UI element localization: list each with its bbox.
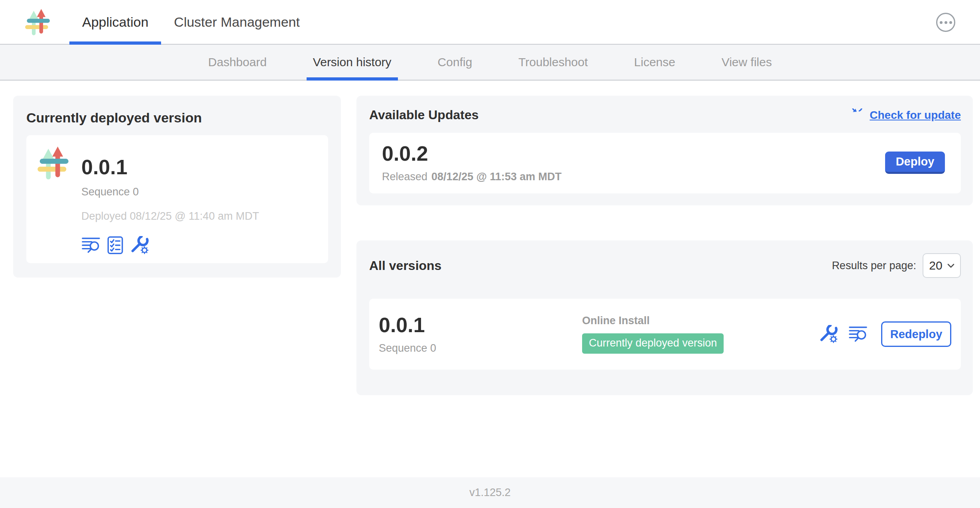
- subnav-tab-troubleshoot[interactable]: Troubleshoot: [495, 45, 611, 80]
- available-updates-title: Available Updates: [369, 108, 478, 122]
- available-updates-card: Available Updates Check for update 0.0.2…: [356, 96, 973, 205]
- arrows-logo-icon: [23, 7, 52, 37]
- currently-deployed-title: Currently deployed version: [26, 110, 328, 126]
- subnav-tab-license[interactable]: License: [611, 45, 698, 80]
- release-notes-icon: [848, 325, 868, 343]
- ellipsis-icon: [940, 21, 952, 24]
- app-subnav: Dashboard Version history Config Trouble…: [0, 45, 980, 81]
- results-per-page-value: 20: [929, 259, 942, 272]
- row-version-number: 0.0.1: [379, 314, 582, 337]
- edit-config-button[interactable]: [130, 236, 149, 254]
- tab-application-label: Application: [82, 14, 148, 30]
- deployed-sequence: Sequence 0: [81, 186, 259, 198]
- edit-config-icon: [130, 236, 149, 254]
- overflow-menu-button[interactable]: [936, 13, 955, 32]
- deploy-button[interactable]: Deploy: [885, 152, 945, 174]
- edit-config-icon: [819, 325, 838, 343]
- release-notes-button[interactable]: [848, 325, 868, 343]
- app-icon: [35, 144, 71, 254]
- update-released-line: Released 08/12/25 @ 11:53 am MDT: [382, 171, 562, 183]
- tab-cluster-management[interactable]: Cluster Management: [161, 0, 313, 44]
- top-app-bar: Application Cluster Management: [0, 0, 980, 45]
- chevron-down-icon: [947, 264, 954, 268]
- currently-deployed-card: Currently deployed version 0.0.1 Sequenc…: [13, 96, 341, 278]
- released-prefix: Released: [382, 171, 427, 183]
- tab-application[interactable]: Application: [69, 0, 161, 44]
- results-per-page-label: Results per page:: [832, 260, 916, 272]
- deployed-timestamp: Deployed 08/12/25 @ 11:40 am MDT: [81, 210, 259, 222]
- deployed-version-number: 0.0.1: [81, 156, 259, 179]
- tab-cluster-management-label: Cluster Management: [174, 14, 300, 30]
- available-update-row: 0.0.2 Released 08/12/25 @ 11:53 am MDT D…: [369, 133, 961, 193]
- update-version-number: 0.0.2: [382, 142, 562, 165]
- version-history-page: Currently deployed version 0.0.1 Sequenc…: [0, 81, 980, 395]
- version-row: 0.0.1 Sequence 0 Online Install Currentl…: [369, 299, 961, 370]
- deployed-version-panel: 0.0.1 Sequence 0 Deployed 08/12/25 @ 11:…: [26, 135, 328, 263]
- preflight-checks-icon: [107, 236, 124, 254]
- redeploy-button[interactable]: Redeploy: [881, 321, 951, 347]
- deployed-action-icons: [81, 236, 259, 254]
- row-install-type: Online Install: [582, 315, 819, 327]
- console-version: v1.125.2: [469, 486, 511, 499]
- subnav-tab-version-history[interactable]: Version history: [290, 45, 415, 80]
- row-actions: Redeploy: [819, 321, 951, 347]
- check-for-update-link[interactable]: Check for update: [851, 108, 961, 122]
- subnav-tab-view-files[interactable]: View files: [699, 45, 795, 80]
- row-status-badge: Currently deployed version: [582, 333, 724, 354]
- all-versions-card: All versions Results per page: 20 0.0.1 …: [356, 240, 973, 395]
- all-versions-title: All versions: [369, 258, 441, 273]
- row-sequence: Sequence 0: [379, 342, 582, 354]
- console-footer: v1.125.2: [0, 477, 980, 508]
- release-notes-icon: [81, 236, 100, 254]
- refresh-icon: [851, 108, 865, 122]
- released-timestamp: 08/12/25 @ 11:53 am MDT: [431, 171, 562, 183]
- release-notes-button[interactable]: [81, 236, 100, 254]
- preflight-checks-button[interactable]: [107, 236, 124, 254]
- subnav-tab-dashboard[interactable]: Dashboard: [185, 45, 290, 80]
- results-per-page-select[interactable]: 20: [923, 253, 961, 278]
- app-logo: [23, 7, 52, 37]
- check-for-update-label: Check for update: [870, 109, 961, 122]
- edit-config-button[interactable]: [819, 325, 838, 343]
- subnav-tab-config[interactable]: Config: [415, 45, 496, 80]
- right-column: Available Updates Check for update 0.0.2…: [356, 96, 973, 395]
